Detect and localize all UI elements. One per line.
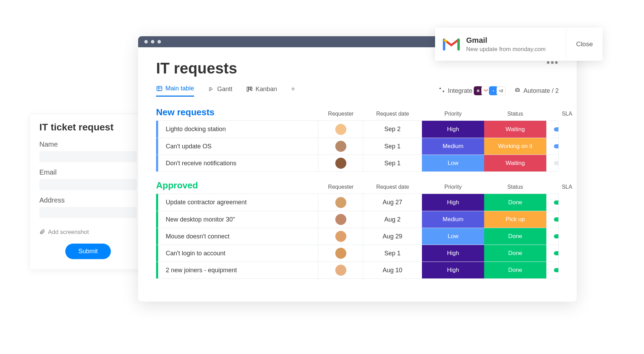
add-view-button[interactable]: + — [291, 85, 295, 97]
sla-cell[interactable] — [546, 262, 559, 278]
priority-cell[interactable]: High — [422, 262, 484, 278]
table-icon — [156, 85, 163, 92]
email-input[interactable] — [39, 179, 137, 190]
table-row[interactable]: Can't login to accountSep 1HighDone — [156, 245, 558, 262]
status-cell[interactable]: Done — [484, 228, 546, 245]
status-cell[interactable]: Done — [484, 194, 546, 211]
item-name-cell[interactable]: New desktop monitor 30" — [156, 211, 318, 228]
window-dot — [144, 40, 148, 43]
col-priority: Priority — [422, 184, 484, 192]
item-name-cell[interactable]: Can't login to account — [156, 245, 318, 262]
requester-cell[interactable] — [318, 228, 363, 245]
item-name-cell[interactable]: Don't receive notifications — [156, 155, 318, 171]
submit-button[interactable]: Submit — [65, 244, 111, 259]
sla-cell[interactable] — [546, 211, 559, 228]
kanban-icon — [246, 86, 253, 92]
notification-close-button[interactable]: Close — [566, 28, 603, 61]
status-cell[interactable]: Done — [484, 262, 546, 278]
tab-main-label: Main table — [165, 85, 194, 92]
col-requester: Requester — [318, 111, 363, 119]
requester-cell[interactable] — [318, 194, 363, 211]
integrate-label: Integrate — [448, 87, 472, 95]
table-row[interactable]: New desktop monitor 30"Aug 2MediumPick u… — [156, 211, 558, 228]
automate-label: Automate / 2 — [523, 87, 559, 95]
automate-button[interactable]: Automate / 2 — [514, 87, 559, 95]
svg-rect-6 — [247, 87, 248, 91]
more-badge: +2 — [497, 86, 506, 95]
integrate-icon — [439, 87, 445, 95]
name-input[interactable] — [39, 151, 137, 162]
address-input[interactable] — [39, 207, 137, 218]
avatar — [335, 231, 346, 242]
gmail-icon — [443, 38, 460, 51]
svg-rect-8 — [251, 87, 252, 90]
avatar — [335, 214, 346, 225]
notification-subtitle: New update from monday.com — [466, 46, 566, 53]
col-sla: SLA — [546, 184, 577, 192]
group-title[interactable]: New requests — [156, 107, 318, 119]
status-cell[interactable]: Waiting — [484, 121, 546, 138]
sla-cell[interactable] — [546, 194, 559, 211]
priority-cell[interactable]: Medium — [422, 211, 484, 228]
status-cell[interactable]: Pick up — [484, 211, 546, 228]
status-cell[interactable]: Working on it — [484, 138, 546, 155]
status-cell[interactable]: Done — [484, 245, 546, 262]
tab-gantt-label: Gantt — [217, 86, 232, 93]
table-row[interactable]: Don't receive notificationsSep 1LowWaiti… — [156, 155, 558, 171]
table-row[interactable]: 2 new joiners - equipmentAug 10HighDone — [156, 262, 558, 278]
date-cell[interactable]: Sep 1 — [363, 138, 422, 155]
group-title[interactable]: Approved — [156, 180, 318, 192]
date-cell[interactable]: Aug 10 — [363, 262, 422, 278]
col-requester: Requester — [318, 184, 363, 192]
requester-cell[interactable] — [318, 138, 363, 155]
svg-rect-7 — [249, 87, 250, 90]
requester-cell[interactable] — [318, 245, 363, 262]
sla-cell[interactable] — [546, 138, 559, 155]
table-row[interactable]: Lighto docking stationSep 2HighWaiting — [156, 121, 558, 138]
table-row[interactable]: Update contractor agreementAug 27HighDon… — [156, 194, 558, 211]
notification-title: Gmail — [466, 36, 566, 45]
priority-cell[interactable]: High — [422, 194, 484, 211]
date-cell[interactable]: Sep 1 — [363, 155, 422, 171]
tab-main-table[interactable]: Main table — [156, 85, 194, 97]
field-label-address: Address — [39, 196, 137, 204]
item-name-cell[interactable]: Mouse doesn't connect — [156, 228, 318, 245]
tab-kanban[interactable]: Kanban — [246, 86, 277, 96]
item-name-cell[interactable]: Can't update OS — [156, 138, 318, 155]
priority-cell[interactable]: Medium — [422, 138, 484, 155]
requester-cell[interactable] — [318, 262, 363, 278]
item-name-cell[interactable]: Update contractor agreement — [156, 194, 318, 211]
group-approved: ApprovedRequesterRequest datePrioritySta… — [156, 180, 559, 279]
table-row[interactable]: Can't update OSSep 1MediumWorking on it — [156, 138, 558, 155]
svg-point-11 — [518, 90, 519, 91]
item-name-cell[interactable]: 2 new joiners - equipment — [156, 262, 318, 278]
item-name-cell[interactable]: Lighto docking station — [156, 121, 318, 138]
date-cell[interactable]: Sep 1 — [363, 245, 422, 262]
paperclip-icon — [39, 228, 45, 236]
requester-cell[interactable] — [318, 121, 363, 138]
window-dot — [151, 40, 154, 43]
sla-cell[interactable] — [546, 245, 559, 262]
requester-cell[interactable] — [318, 155, 363, 171]
date-cell[interactable]: Sep 2 — [363, 121, 422, 138]
avatar — [335, 141, 346, 152]
date-cell[interactable]: Aug 2 — [363, 211, 422, 228]
priority-cell[interactable]: High — [422, 121, 484, 138]
priority-cell[interactable]: Low — [422, 155, 484, 171]
svg-rect-0 — [157, 86, 162, 91]
date-cell[interactable]: Aug 27 — [363, 194, 422, 211]
add-screenshot-button[interactable]: Add screenshot — [39, 228, 137, 236]
integrate-button[interactable]: Integrate ※ ▪ +2 — [439, 86, 506, 95]
sla-cell[interactable] — [546, 121, 559, 138]
sla-cell[interactable] — [546, 228, 559, 245]
priority-cell[interactable]: Low — [422, 228, 484, 245]
requester-cell[interactable] — [318, 211, 363, 228]
sla-cell[interactable] — [546, 155, 559, 171]
table-row[interactable]: Mouse doesn't connectAug 29LowDone — [156, 228, 558, 245]
priority-cell[interactable]: High — [422, 245, 484, 262]
ticket-form-card: IT ticket request Name Email Address Add… — [29, 114, 147, 270]
tab-gantt[interactable]: Gantt — [208, 86, 232, 96]
status-cell[interactable]: Waiting — [484, 155, 546, 171]
date-cell[interactable]: Aug 29 — [363, 228, 422, 245]
avatar — [335, 124, 346, 135]
